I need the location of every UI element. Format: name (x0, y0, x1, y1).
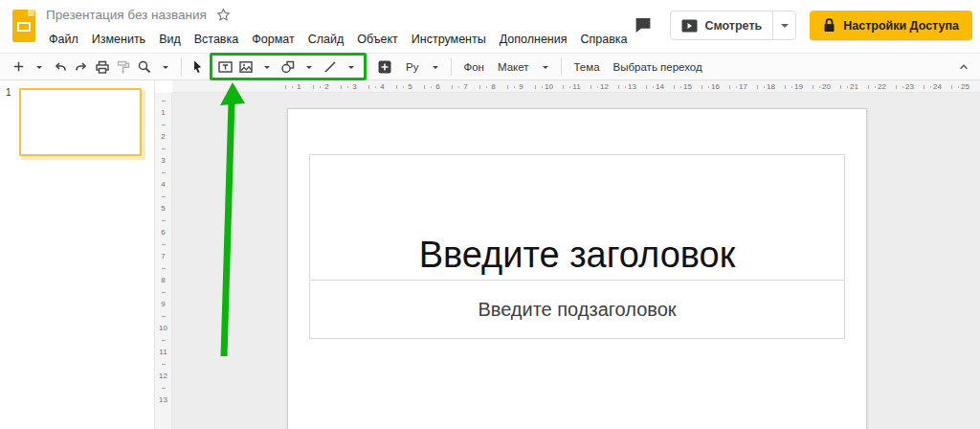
ruler-tick-label: 25 (951, 82, 979, 91)
ruler-tick-label: 12 (590, 82, 618, 91)
menu-item[interactable]: Вставка (188, 29, 245, 50)
shape-options-button[interactable] (299, 56, 320, 79)
image-options-button[interactable] (256, 56, 278, 79)
ruler-tick-label: 7 (452, 82, 479, 91)
comment-add-icon (377, 59, 392, 75)
chevron-down-icon (306, 66, 312, 72)
add-slide-options-button[interactable] (29, 56, 50, 79)
menu-item[interactable]: Инструменты (405, 29, 493, 50)
page-title[interactable]: Презентация без названия (46, 8, 207, 22)
menu-item[interactable]: Файл (42, 29, 85, 50)
horizontal-ruler[interactable]: 1234567891011121314151617181920212223242… (172, 80, 980, 93)
image-tool-button[interactable] (235, 56, 256, 79)
ruler-tick-label: 20 (813, 82, 840, 91)
text-box-tool-button[interactable] (214, 56, 235, 79)
toolbar-separator (451, 58, 452, 76)
chevron-down-icon (433, 66, 438, 72)
header-actions: Смотреть Настройки Доступа (630, 11, 972, 40)
zoom-options-button[interactable] (155, 56, 176, 79)
ruler-tick-label: 14 (646, 82, 674, 91)
chevron-down-icon (781, 24, 789, 32)
ruler-tick-label: 5 (155, 196, 171, 220)
ruler-tick-label: 21 (840, 82, 868, 91)
present-split-button: Смотреть (670, 11, 796, 40)
plus-icon (11, 59, 26, 74)
font-options-button[interactable] (425, 56, 446, 79)
chevron-down-icon (264, 66, 270, 72)
chevron-down-icon (348, 66, 354, 72)
hide-menus-button[interactable] (953, 56, 974, 79)
slide-number: 1 (6, 87, 11, 98)
add-slide-button[interactable] (8, 56, 29, 79)
ruler-tick-label: 11 (155, 340, 171, 364)
ruler-tick-label: 17 (729, 82, 757, 91)
ruler-tick-label: 4 (368, 82, 396, 91)
print-button[interactable] (92, 56, 113, 79)
background-button[interactable]: Фон (457, 56, 491, 79)
slide[interactable]: Введите заголовок Введите подзаголовок (287, 108, 867, 429)
menu-bar: ФайлИзменитьВидВставкаФорматСлайдОбъектИ… (42, 29, 635, 50)
select-tool-button[interactable] (187, 56, 208, 79)
ruler-tick-label: 7 (155, 244, 171, 268)
google-slides-app: Презентация без названия ФайлИзменитьВид… (0, 0, 980, 429)
slides-logo-icon[interactable] (11, 9, 36, 43)
comment-icon (634, 16, 653, 34)
ruler-tick-label: 6 (155, 220, 171, 244)
share-button[interactable]: Настройки Доступа (810, 11, 972, 40)
comments-button[interactable] (630, 12, 657, 39)
ruler-tick-label: 3 (341, 82, 368, 91)
vertical-ruler[interactable]: 12345678910111213 (155, 93, 172, 429)
star-icon[interactable] (216, 8, 231, 22)
line-options-button[interactable] (341, 56, 362, 79)
shape-tool-button[interactable] (278, 56, 299, 79)
menu-item[interactable]: Формат (245, 29, 301, 50)
transition-button[interactable]: Выбрать переход (607, 56, 709, 79)
font-button[interactable]: Ру (399, 56, 425, 79)
present-label: Смотреть (704, 19, 762, 33)
chevron-down-icon (36, 66, 42, 72)
share-label: Настройки Доступа (843, 19, 959, 33)
paint-format-button[interactable] (113, 56, 134, 79)
chevron-down-icon (543, 66, 548, 72)
title-placeholder[interactable]: Введите заголовок (309, 154, 845, 281)
zoom-button[interactable] (134, 56, 155, 79)
magnifier-icon (137, 59, 152, 75)
layout-options-button[interactable] (535, 56, 556, 79)
theme-button[interactable]: Тема (567, 56, 606, 79)
menu-item[interactable]: Вид (152, 29, 188, 50)
present-icon (681, 19, 698, 33)
ruler-tick-label: 11 (563, 82, 590, 91)
ruler-tick-label: 3 (155, 148, 171, 172)
insert-comment-button[interactable] (374, 56, 395, 79)
menu-item[interactable]: Объект (350, 29, 405, 50)
header: Презентация без названия ФайлИзменитьВид… (0, 0, 980, 53)
ruler-tick-label: 13 (618, 82, 646, 91)
menu-item[interactable]: Справка (574, 29, 635, 50)
slide-thumbnail[interactable] (19, 88, 142, 156)
redo-button[interactable] (71, 56, 92, 79)
ruler-tick-label: 10 (535, 82, 563, 91)
menu-item[interactable]: Изменить (85, 29, 152, 50)
menu-item[interactable]: Слайд (301, 29, 351, 50)
ruler-tick-label: 8 (155, 268, 171, 292)
slide-canvas[interactable]: Введите заголовок Введите подзаголовок (172, 93, 980, 429)
toolbar-separator (561, 58, 562, 76)
layout-button[interactable]: Макет (491, 56, 536, 79)
redo-icon (74, 59, 89, 75)
paint-roller-icon (116, 59, 131, 75)
ruler-tick-label: 1 (285, 82, 313, 91)
lock-icon (823, 18, 835, 33)
menu-item[interactable]: Дополнения (493, 29, 574, 50)
line-tool-button[interactable] (320, 56, 341, 79)
undo-button[interactable] (50, 56, 71, 79)
ruler-tick-label: 2 (313, 82, 341, 91)
ruler-tick-label: 2 (155, 124, 171, 148)
annotation-green-box (210, 53, 367, 80)
ruler-tick-label: 15 (674, 82, 702, 91)
ruler-tick-label: 16 (702, 82, 729, 91)
toolbar: Ру Фон Макет Тема Выбрать переход (0, 53, 980, 80)
cursor-icon (189, 59, 205, 75)
present-options-button[interactable] (772, 11, 795, 39)
subtitle-placeholder[interactable]: Введите подзаголовок (309, 282, 845, 339)
present-button[interactable]: Смотреть (671, 11, 772, 39)
